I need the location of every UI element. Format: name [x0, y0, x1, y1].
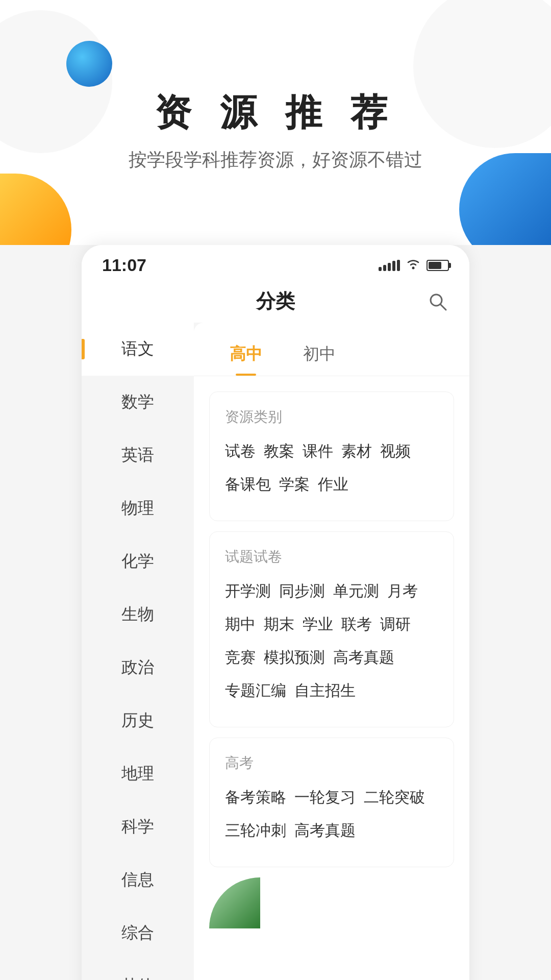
section-exam-papers: 试题试卷开学测同步测单元测月考期中期末学业联考调研竞赛模拟预测高考真题专题汇编自… — [209, 531, 454, 727]
sidebar-item-xinxi[interactable]: 信息 — [82, 853, 194, 906]
sidebar-item-yuwen[interactable]: 语文 — [82, 323, 194, 376]
wifi-icon — [406, 258, 420, 273]
sidebar-item-lishi[interactable]: 历史 — [82, 694, 194, 747]
tag-期末[interactable]: 期末 — [264, 612, 294, 637]
nav-title: 分类 — [256, 288, 295, 314]
tag-教案[interactable]: 教案 — [264, 439, 294, 464]
hero-title: 资 源 推 荐 — [155, 88, 396, 137]
tag-三轮冲刺[interactable]: 三轮冲刺 — [225, 818, 286, 843]
tags-row-resource-type-0: 试卷教案课件素材视频 — [225, 439, 438, 464]
tag-素材[interactable]: 素材 — [341, 439, 372, 464]
sidebar-item-qita[interactable]: 其他 — [82, 960, 194, 980]
tab-gaozhong[interactable]: 高中 — [209, 333, 283, 376]
tag-模拟预测[interactable]: 模拟预测 — [264, 645, 325, 670]
tags-row-gaokao-0: 备考策略一轮复习二轮突破 — [225, 785, 438, 810]
tag-联考[interactable]: 联考 — [341, 612, 372, 637]
tags-row-exam-papers-3: 专题汇编自主招生 — [225, 678, 438, 703]
hero-section: 资 源 推 荐 按学段学科推荐资源，好资源不错过 — [0, 0, 551, 245]
tag-备考策略[interactable]: 备考策略 — [225, 785, 286, 810]
hero-yellow-circle — [0, 174, 71, 245]
tag-高考真题[interactable]: 高考真题 — [333, 645, 394, 670]
right-content: 高中初中 资源类别试卷教案课件素材视频备课包学案作业试题试卷开学测同步测单元测月… — [194, 323, 469, 980]
tag-备课包[interactable]: 备课包 — [225, 472, 271, 497]
tags-row-resource-type-1: 备课包学案作业 — [225, 472, 438, 497]
sidebar-item-shuxue[interactable]: 数学 — [82, 376, 194, 429]
tag-作业[interactable]: 作业 — [318, 472, 348, 497]
tag-一轮复习[interactable]: 一轮复习 — [294, 785, 356, 810]
status-bar: 11:07 — [82, 245, 469, 280]
tag-开学测[interactable]: 开学测 — [225, 579, 271, 604]
svg-line-2 — [440, 304, 446, 310]
status-time: 11:07 — [102, 255, 146, 275]
tab-chuzhong[interactable]: 初中 — [283, 333, 356, 376]
section-resource-type: 资源类别试卷教案课件素材视频备课包学案作业 — [209, 391, 454, 521]
sidebar-item-yingyu[interactable]: 英语 — [82, 429, 194, 482]
tag-专题汇编[interactable]: 专题汇编 — [225, 678, 286, 703]
tag-自主招生[interactable]: 自主招生 — [294, 678, 356, 703]
sidebar-item-dili[interactable]: 地理 — [82, 747, 194, 800]
tag-二轮突破[interactable]: 二轮突破 — [364, 785, 425, 810]
hero-subtitle: 按学段学科推荐资源，好资源不错过 — [129, 148, 422, 173]
section-label-exam-papers: 试题试卷 — [225, 547, 438, 567]
subject-tabs: 高中初中 — [194, 323, 469, 376]
tags-row-exam-papers-1: 期中期末学业联考调研 — [225, 612, 438, 637]
tag-课件[interactable]: 课件 — [303, 439, 333, 464]
phone-frame: 11:07 分类 — [82, 245, 469, 980]
sidebar-item-shengwu[interactable]: 生物 — [82, 588, 194, 641]
tag-学案[interactable]: 学案 — [279, 472, 310, 497]
tag-视频[interactable]: 视频 — [380, 439, 411, 464]
section-gaokao: 高考备考策略一轮复习二轮突破三轮冲刺高考真题 — [209, 738, 454, 867]
sidebar-item-kexue[interactable]: 科学 — [82, 800, 194, 853]
svg-point-0 — [412, 266, 415, 269]
tags-row-exam-papers-2: 竞赛模拟预测高考真题 — [225, 645, 438, 670]
section-label-resource-type: 资源类别 — [225, 407, 438, 427]
content-sections: 资源类别试卷教案课件素材视频备课包学案作业试题试卷开学测同步测单元测月考期中期末… — [194, 376, 469, 944]
tags-row-gaokao-1: 三轮冲刺高考真题 — [225, 818, 438, 843]
sidebar: 语文数学英语物理化学生物政治历史地理科学信息综合其他 — [82, 323, 194, 980]
tag-调研[interactable]: 调研 — [380, 612, 411, 637]
top-nav: 分类 — [82, 280, 469, 323]
tag-学业[interactable]: 学业 — [303, 612, 333, 637]
battery-icon — [427, 260, 449, 271]
tag-试卷[interactable]: 试卷 — [225, 439, 256, 464]
tag-单元测[interactable]: 单元测 — [333, 579, 379, 604]
hero-blue-dot — [66, 41, 112, 87]
tag-期中[interactable]: 期中 — [225, 612, 256, 637]
main-content: 语文数学英语物理化学生物政治历史地理科学信息综合其他 高中初中 资源类别试卷教案… — [82, 323, 469, 980]
tags-row-exam-papers-0: 开学测同步测单元测月考 — [225, 579, 438, 604]
sidebar-item-wuli[interactable]: 物理 — [82, 482, 194, 535]
section-label-gaokao: 高考 — [225, 753, 438, 773]
search-button[interactable] — [427, 290, 449, 313]
sidebar-item-huaxue[interactable]: 化学 — [82, 535, 194, 588]
tag-同步测[interactable]: 同步测 — [279, 579, 325, 604]
tag-月考[interactable]: 月考 — [387, 579, 418, 604]
bottom-leaf-decoration — [209, 877, 260, 928]
hero-blue-half-circle — [459, 153, 551, 245]
signal-icon — [379, 260, 400, 271]
status-icons — [379, 258, 449, 273]
sidebar-item-zhengzhi[interactable]: 政治 — [82, 641, 194, 694]
tag-高考真题[interactable]: 高考真题 — [294, 818, 356, 843]
hero-bg-circle-right — [413, 0, 551, 148]
sidebar-item-zonghe[interactable]: 综合 — [82, 906, 194, 960]
tag-竞赛[interactable]: 竞赛 — [225, 645, 256, 670]
